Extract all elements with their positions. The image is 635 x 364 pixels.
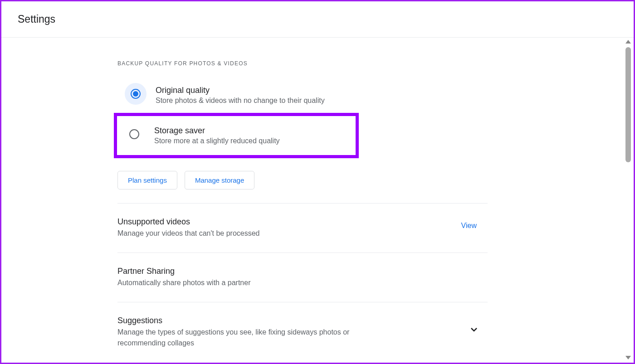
unsupported-videos-row[interactable]: Unsupported videos Manage your videos th… [117,203,488,252]
radio-option-desc: Store more at a slightly reduced quality [154,137,280,145]
manage-storage-button[interactable]: Manage storage [185,171,254,189]
row-desc: Manage the types of suggestions you see,… [117,327,390,349]
row-title: Partner Sharing [117,267,250,276]
suggestions-row[interactable]: Suggestions Manage the types of suggesti… [117,302,488,362]
backup-quality-section-label: BACKUP QUALITY FOR PHOTOS & VIDEOS [117,60,634,67]
settings-header: Settings [1,1,634,38]
row-desc: Automatically share photos with a partne… [117,277,250,288]
row-title: Suggestions [117,316,390,325]
storage-buttons-row: Plan settings Manage storage [117,171,634,189]
row-desc: Manage your videos that can't be process… [117,228,259,239]
scrollbar[interactable] [624,38,632,361]
page-title: Settings [18,13,634,25]
chevron-down-icon [469,316,488,337]
plan-settings-button[interactable]: Plan settings [117,171,177,189]
radio-option-desc: Store photos & videos with no change to … [156,97,325,105]
scroll-up-icon[interactable] [625,40,631,44]
radio-option-title: Storage saver [154,126,280,136]
radio-icon [123,123,145,145]
scroll-down-icon[interactable] [625,356,631,359]
partner-sharing-row[interactable]: Partner Sharing Automatically share phot… [117,252,488,302]
radio-option-storage-saver[interactable]: Storage saver Store more at a slightly r… [114,113,359,158]
radio-option-original-quality[interactable]: Original quality Store photos & videos w… [117,79,358,111]
scroll-thumb[interactable] [625,47,631,162]
row-title: Unsupported videos [117,217,259,227]
radio-icon [125,83,147,105]
view-link[interactable]: View [461,217,488,230]
settings-content: BACKUP QUALITY FOR PHOTOS & VIDEOS Origi… [1,38,634,364]
radio-option-title: Original quality [156,86,325,95]
